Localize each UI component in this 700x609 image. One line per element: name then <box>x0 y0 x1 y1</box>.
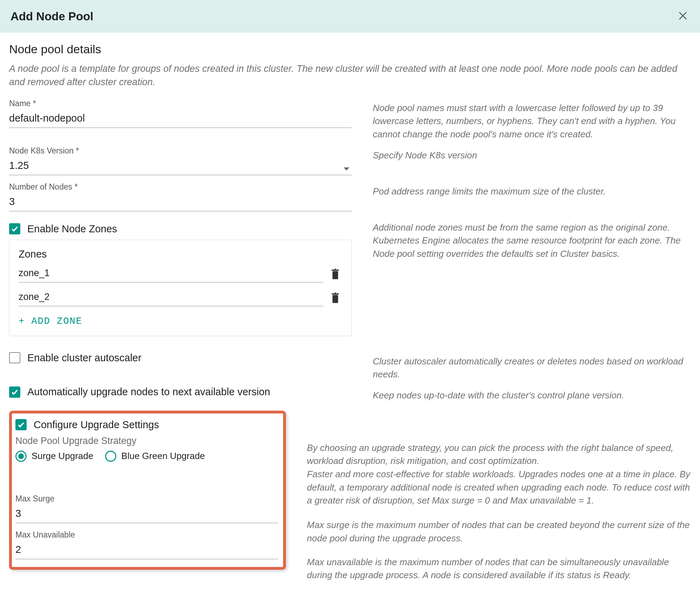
auto-upgrade-checkbox[interactable] <box>9 386 20 398</box>
svg-rect-6 <box>332 293 339 294</box>
enable-zones-checkbox[interactable] <box>9 223 20 234</box>
zone-input[interactable] <box>19 265 323 282</box>
name-help: Node pool names must start with a lowerc… <box>373 99 691 141</box>
close-icon <box>678 17 688 22</box>
name-label: Name * <box>9 99 352 108</box>
add-zone-button[interactable]: + Add Zone <box>19 313 82 327</box>
max-unavailable-input[interactable] <box>15 541 278 559</box>
radio-surge-label: Surge Upgrade <box>32 451 93 461</box>
upgrade-strategy-help-2: Faster and more cost-effective for stabl… <box>307 468 691 507</box>
svg-rect-4 <box>332 271 338 279</box>
dialog-header: Add Node Pool <box>0 0 700 33</box>
zones-panel: Zones + <box>9 240 352 336</box>
k8s-version-label: Node K8s Version * <box>9 146 352 156</box>
max-unavailable-label: Max Unavailable <box>15 530 278 540</box>
max-surge-help: Max surge is the maximum number of nodes… <box>307 519 691 545</box>
radio-bluegreen-label: Blue Green Upgrade <box>121 451 205 461</box>
max-unavailable-help: Max unavailable is the maximum number of… <box>307 556 691 582</box>
num-nodes-label: Number of Nodes * <box>9 182 352 192</box>
configure-upgrade-checkbox[interactable] <box>15 419 27 430</box>
svg-rect-3 <box>332 269 339 271</box>
section-title: Node pool details <box>9 42 691 56</box>
dialog-title: Add Node Pool <box>11 10 93 23</box>
max-surge-input[interactable] <box>15 505 278 523</box>
auto-upgrade-help: Keep nodes up-to-date with the cluster's… <box>373 386 691 402</box>
enable-autoscaler-checkbox[interactable] <box>9 352 20 363</box>
zone-row <box>19 265 342 282</box>
enable-autoscaler-label: Enable cluster autoscaler <box>27 352 142 364</box>
k8s-version-help: Specify Node K8s version <box>373 146 691 162</box>
upgrade-settings-highlight: Configure Upgrade Settings Node Pool Upg… <box>9 411 286 570</box>
enable-zones-help: Additional node zones must be from the s… <box>373 218 691 261</box>
radio-surge-upgrade[interactable]: Surge Upgrade <box>15 451 93 462</box>
svg-rect-2 <box>335 269 336 269</box>
configure-upgrade-label: Configure Upgrade Settings <box>34 419 159 431</box>
trash-icon <box>330 300 340 305</box>
trash-icon <box>330 276 340 281</box>
num-nodes-input[interactable] <box>9 193 352 211</box>
delete-zone-button[interactable] <box>328 267 342 282</box>
close-button[interactable] <box>676 9 689 23</box>
delete-zone-button[interactable] <box>328 291 342 306</box>
section-description: A node pool is a template for groups of … <box>9 62 691 89</box>
upgrade-strategy-heading: Node Pool Upgrade Strategy <box>15 436 278 446</box>
svg-rect-5 <box>335 293 336 293</box>
num-nodes-help: Pod address range limits the maximum siz… <box>373 182 691 198</box>
k8s-version-select[interactable] <box>9 157 352 175</box>
enable-zones-label: Enable Node Zones <box>27 223 117 235</box>
radio-bluegreen-upgrade[interactable]: Blue Green Upgrade <box>105 451 205 462</box>
max-surge-label: Max Surge <box>15 494 278 504</box>
zones-title: Zones <box>19 248 342 260</box>
auto-upgrade-label: Automatically upgrade nodes to next avai… <box>27 386 270 398</box>
zone-row <box>19 289 342 306</box>
name-input[interactable] <box>9 110 352 128</box>
upgrade-strategy-help-1: By choosing an upgrade strategy, you can… <box>307 442 691 468</box>
zone-input[interactable] <box>19 289 323 306</box>
svg-rect-7 <box>332 295 338 303</box>
enable-autoscaler-help: Cluster autoscaler automatically creates… <box>373 352 691 381</box>
